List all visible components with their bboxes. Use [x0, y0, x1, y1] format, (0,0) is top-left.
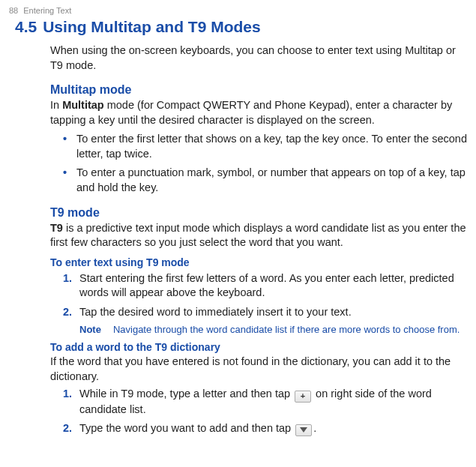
section-heading: 4.5 Using Multitap and T9 Modes — [9, 18, 467, 36]
t9-note: Note Navigate through the word candidate… — [79, 324, 467, 335]
section-title: Using Multitap and T9 Modes — [43, 18, 261, 36]
t9-lead-bold: T9 — [50, 222, 63, 234]
list-item: Start entering the first few letters of … — [63, 271, 467, 301]
multitap-lead-prefix: In — [50, 99, 62, 111]
section-number: 4.5 — [15, 18, 37, 36]
step-text-a: While in T9 mode, type a letter and then… — [79, 388, 293, 400]
confirm-key-icon — [295, 424, 312, 436]
step-text-a: Type the word you want to add and then t… — [79, 422, 294, 434]
list-item: Type the word you want to add and then t… — [63, 421, 467, 436]
note-text: Navigate through the word candidate list… — [113, 324, 460, 335]
list-item: While in T9 mode, type a letter and then… — [63, 387, 467, 417]
step-text-b: . — [313, 422, 316, 434]
t9-lead-suffix: is a predictive text input mode which di… — [50, 222, 466, 249]
list-item: To enter the first letter that shows on … — [63, 132, 467, 161]
page-number: 88 — [9, 6, 18, 15]
t9-proc2-steps: While in T9 mode, type a letter and then… — [63, 387, 467, 436]
t9-heading: T9 mode — [50, 206, 467, 220]
note-label: Note — [79, 324, 101, 335]
t9-proc2-intro: If the word that you have entered is not… — [50, 355, 467, 384]
multitap-heading: Multitap mode — [50, 83, 467, 97]
chapter-title: Entering Text — [23, 6, 71, 15]
t9-proc1-heading: To enter text using T9 mode — [50, 256, 467, 268]
svg-marker-0 — [300, 427, 307, 433]
multitap-bullet-list: To enter the first letter that shows on … — [63, 132, 467, 195]
multitap-lead-suffix: mode (for Compact QWERTY and Phone Keypa… — [50, 99, 452, 126]
page-header: 88 Entering Text — [9, 6, 467, 15]
list-item: To enter a punctuation mark, symbol, or … — [63, 166, 467, 195]
t9-lead: T9 is a predictive text input mode which… — [50, 221, 467, 250]
multitap-lead: In Multitap mode (for Compact QWERTY and… — [50, 98, 467, 127]
t9-proc1-steps: Start entering the first few letters of … — [63, 271, 467, 320]
plus-key-icon: + — [295, 391, 311, 403]
t9-proc2-heading: To add a word to the T9 dictionary — [50, 341, 467, 353]
multitap-lead-bold: Multitap — [62, 99, 104, 111]
list-item: Tap the desired word to immediately inse… — [63, 305, 467, 320]
section-intro: When using the on-screen keyboards, you … — [50, 43, 467, 73]
